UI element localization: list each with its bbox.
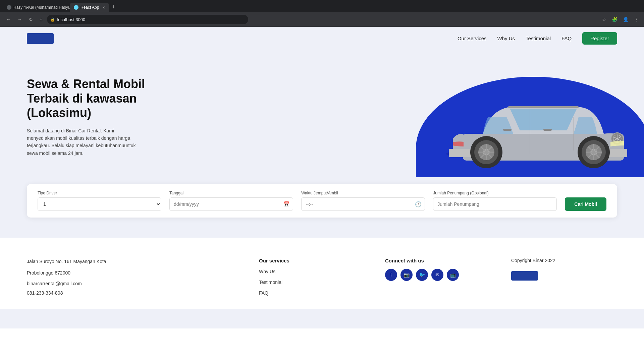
date-input[interactable] — [169, 197, 293, 211]
date-input-wrapper: 📅 — [169, 197, 293, 211]
svg-rect-11 — [543, 129, 552, 131]
nav-link-our-services[interactable]: Our Services — [458, 36, 487, 41]
tab-2-favicon — [74, 5, 78, 10]
url-text: localhost:3000 — [57, 17, 85, 22]
footer-address-line1: Jalan Suroyo No. 161 Mayangan Kota — [27, 258, 239, 265]
car-svg — [409, 57, 637, 177]
footer-email: binarcarrental@gmail.com — [27, 281, 239, 286]
passengers-group: Jumlah Penumpang (Opsional) — [433, 191, 557, 211]
search-bar: Tipe Driver 1 2 Tanggal 📅 Waktu Jemput/A… — [27, 184, 617, 218]
footer-social-icons: f 📷 🐦 ✉ 📺 — [385, 269, 491, 281]
hero-car-area — [402, 50, 644, 177]
browser-frame: Hasyim-Kai (Muhammad Hasyi... ✕ React Ap… — [0, 0, 644, 328]
social-email-button[interactable]: ✉ — [431, 269, 443, 281]
footer-services-heading: Our services — [259, 258, 365, 263]
passengers-input[interactable] — [433, 197, 557, 211]
search-button[interactable]: Cari Mobil — [565, 197, 606, 211]
tab-2-label: React App — [80, 5, 99, 10]
footer-connect-col: Connect with us f 📷 🐦 ✉ 📺 — [385, 258, 491, 296]
reload-button[interactable]: ↻ — [27, 15, 35, 23]
lock-icon: 🔒 — [50, 17, 55, 22]
site-navbar: Our Services Why Us Testimonial FAQ Regi… — [0, 27, 644, 50]
tab-bar: Hasyim-Kai (Muhammad Hasyi... ✕ React Ap… — [0, 0, 644, 12]
tab-1[interactable]: Hasyim-Kai (Muhammad Hasyi... ✕ — [3, 3, 70, 12]
home-button[interactable]: ⌂ — [38, 15, 44, 23]
hero-title: Sewa & Rental Mobil Terbaik di kawasan (… — [27, 77, 188, 120]
nav-link-faq[interactable]: FAQ — [561, 36, 572, 41]
bookmark-icon[interactable]: ☆ — [601, 16, 608, 23]
forward-button[interactable]: → — [15, 15, 24, 23]
social-instagram-button[interactable]: 📷 — [400, 269, 413, 281]
nav-link-testimonial[interactable]: Testimonial — [526, 36, 551, 41]
social-twitch-button[interactable]: 📺 — [447, 269, 459, 281]
menu-icon[interactable]: ⋮ — [633, 16, 640, 23]
tab-2[interactable]: React App ✕ — [70, 3, 109, 12]
footer-link-why-us[interactable]: Why Us — [259, 269, 365, 274]
new-tab-button[interactable]: + — [109, 2, 118, 12]
hero-text: Sewa & Rental Mobil Terbaik di kawasan (… — [27, 57, 188, 157]
footer-copyright-col: Copyright Binar 2022 — [511, 258, 617, 296]
social-facebook-button[interactable]: f — [385, 269, 397, 281]
tab-2-close[interactable]: ✕ — [102, 6, 105, 9]
footer-connect-heading: Connect with us — [385, 258, 491, 263]
date-label: Tanggal — [169, 191, 293, 195]
driver-type-group: Tipe Driver 1 2 — [38, 191, 161, 211]
time-input[interactable] — [301, 197, 425, 211]
address-bar[interactable]: 🔒 localhost:3000 — [47, 15, 248, 24]
footer-copyright-text: Copyright Binar 2022 — [511, 258, 617, 263]
footer-link-faq[interactable]: FAQ — [259, 290, 365, 296]
footer-address-col: Jalan Suroyo No. 161 Mayangan Kota Probo… — [27, 258, 239, 296]
hero-description: Selamat datang di Binar Car Rental. Kami… — [27, 127, 141, 157]
svg-rect-2 — [508, 106, 579, 108]
profile-icon[interactable]: 👤 — [622, 16, 630, 23]
driver-type-label: Tipe Driver — [38, 191, 161, 195]
date-group: Tanggal 📅 — [169, 191, 293, 211]
tab-1-label: Hasyim-Kai (Muhammad Hasyi... — [13, 5, 70, 10]
extension-icon[interactable]: 🧩 — [610, 16, 619, 23]
site-content: Our Services Why Us Testimonial FAQ Regi… — [0, 27, 644, 328]
svg-rect-10 — [503, 129, 512, 131]
time-label: Waktu Jemput/Ambil — [301, 191, 425, 195]
tab-1-favicon — [7, 5, 11, 10]
social-twitter-button[interactable]: 🐦 — [416, 269, 428, 281]
browser-toolbar-icons: ☆ 🧩 👤 ⋮ — [601, 16, 640, 23]
footer-logo[interactable] — [511, 271, 538, 281]
time-group: Waktu Jemput/Ambil 🕐 — [301, 191, 425, 211]
register-button[interactable]: Register — [582, 32, 617, 45]
footer-address-line2: Probolonggo 672000 — [27, 269, 239, 277]
passengers-label: Jumlah Penumpang (Opsional) — [433, 191, 557, 195]
time-input-wrapper: 🕐 — [301, 197, 425, 211]
hero-section: Sewa & Rental Mobil Terbaik di kawasan (… — [0, 50, 644, 177]
logo[interactable] — [27, 33, 54, 44]
nav-bar: ← → ↻ ⌂ 🔒 localhost:3000 ☆ 🧩 👤 ⋮ — [0, 12, 644, 27]
car-image — [409, 57, 637, 177]
footer: Jalan Suroyo No. 161 Mayangan Kota Probo… — [0, 238, 644, 309]
footer-link-testimonial[interactable]: Testimonial — [259, 280, 365, 285]
nav-links: Our Services Why Us Testimonial FAQ Regi… — [458, 32, 617, 45]
back-button[interactable]: ← — [4, 15, 13, 23]
nav-link-why-us[interactable]: Why Us — [497, 36, 515, 41]
footer-phone: 081-233-334-808 — [27, 290, 239, 296]
footer-services-col: Our services Why Us Testimonial FAQ — [259, 258, 365, 296]
driver-type-select[interactable]: 1 2 — [38, 197, 161, 211]
